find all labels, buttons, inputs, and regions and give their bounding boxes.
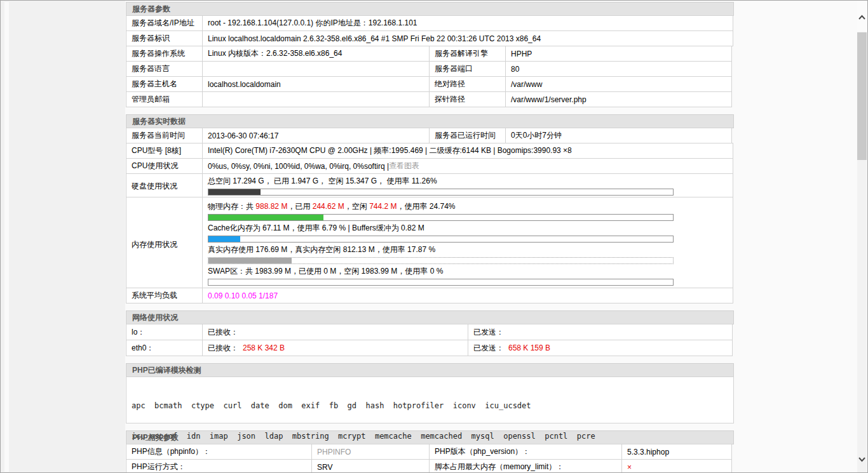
row-value: HPHP [505,46,732,62]
probe-content: 服务器参数 服务器域名/IP地址 root - 192.168.1.104(12… [126,2,734,473]
network-sent: 已发送： [468,324,733,340]
php-modules-line: apc bcmath ctype curl date dom exif fb g… [132,401,728,411]
row-memory-usage: 内存使用状况 物理内存：共 988.82 M，已用 244.62 M，空闲 74… [126,197,734,288]
memory-cache-group: Cache化内存为 67.11 M，使用率 6.79 % | Buffers缓冲… [208,223,728,243]
row-value: Intel(R) Core(TM) i7-2630QM CPU @ 2.00GH… [202,143,733,159]
network-received-label: 已接收： [208,343,238,354]
row-value: 0.09 0.10 0.05 1/187 [202,288,733,303]
row-label: 探针路径 [429,91,506,107]
memory-physical-free: 744.2 M [369,202,397,211]
memory-physical-bar-fill [208,215,323,220]
memory-cache-bar [208,236,674,243]
network-sent: 已发送： 658 K 159 B [468,340,733,356]
row-value: 0天0小时7分钟 [505,128,732,143]
row-server-ident: 服务器标识 Linux localhost.localdomain 2.6.32… [126,30,734,46]
memory-physical-total: 988.82 M [255,202,287,211]
memory-swap-group: SWAP区：共 1983.99 M，已使用 0 M，空闲 1983.99 M，使… [208,266,728,286]
row-label: 系统平均负载 [126,288,203,303]
row-label: 硬盘使用状况 [126,173,203,197]
section-header-php-modules: PHP已编译模块检测 [126,363,734,377]
network-sent-label: 已发送： [473,343,504,354]
vertical-scrollbar[interactable] [857,1,867,473]
row-load-average: 系统平均负载 0.09 0.10 0.05 1/187 [126,288,734,303]
row-cpu-usage: CPU使用状况 0%us, 0%sy, 0%ni, 100%id, 0%wa, … [126,158,734,174]
row-server-language: 服务器语言 服务器端口 80 [126,61,734,77]
chevron-down-icon [858,456,865,462]
network-received: 已接收： 258 K 342 B [202,340,468,356]
php-modules-list: apc bcmath ctype curl date dom exif fb g… [126,376,734,423]
row-value: 5.3.3.hiphop [621,444,732,460]
memory-physical-mid1: ，已用 [287,202,312,211]
row-php-run-mode: PHP运行方式： SRV 脚本占用最大内存（memory_limit）： × [126,459,734,473]
disk-usage-bar [208,189,674,196]
memory-cache-bar-fill [208,236,240,242]
row-admin-email: 管理员邮箱 探针路径 /var/www/1/server.php [126,91,734,107]
row-label: lo： [126,324,203,340]
memory-physical-post: ，使用率 24.74% [397,202,455,211]
section-server-params: 服务器参数 服务器域名/IP地址 root - 192.168.1.104(12… [126,2,734,107]
row-value: SRV [311,459,430,473]
row-value: 2013-06-30 07:46:17 [202,128,430,143]
row-label: CPU使用状况 [126,158,203,174]
memory-physical-used: 244.62 M [313,202,344,211]
row-label: 服务器当前时间 [126,128,203,143]
row-label: 服务器操作系统 [126,46,203,62]
memory-real-group: 真实内存使用 176.69 M，真实内存空闲 812.13 M，使用率 17.8… [208,244,728,264]
row-value: /var/www/1/server.php [505,91,732,107]
row-phpinfo: PHP信息（phpinfo）： PHPINFO PHP版本（php_versio… [126,444,734,460]
section-header-network-usage: 网络使用状况 [126,310,734,324]
row-label: 服务器域名/IP地址 [126,15,203,31]
row-network-lo: lo： 已接收： 已发送： [126,324,734,340]
scroll-down-button[interactable] [858,453,865,460]
row-value [202,91,430,107]
memory-real-bar-fill [208,258,292,263]
row-value: /var/www [505,76,732,92]
memory-cache-text: Cache化内存为 67.11 M，使用率 6.79 % | Buffers缓冲… [208,223,728,234]
scroll-up-button[interactable] [858,12,865,18]
probe-page: 服务器参数 服务器域名/IP地址 root - 192.168.1.104(12… [0,0,868,473]
left-panel-strip [4,2,9,472]
network-received: 已接收： [202,324,468,340]
row-label: PHP版本（php_version）： [429,444,622,460]
row-disk-usage: 硬盘使用状况 总空间 17.294 G， 已用 1.947 G， 空闲 15.3… [126,173,734,197]
row-label: CPU型号 [8核] [126,143,203,159]
row-value: × [621,459,732,473]
row-server-os: 服务器操作系统 Linux 内核版本：2.6.32-358.el6.x86_64… [126,46,734,62]
memory-limit-cross-icon: × [627,463,632,472]
disk-usage-bar-fill [208,189,261,195]
row-label: PHP信息（phpinfo）： [126,444,312,460]
row-value: 总空间 17.294 G， 已用 1.947 G， 空闲 15.347 G， 使… [202,173,733,197]
row-label: 绝对路径 [429,76,506,92]
row-network-eth0: eth0： 已接收： 258 K 342 B 已发送： 658 K 159 B [126,340,734,356]
memory-real-bar [208,257,674,264]
row-label: 服务器解译引擎 [429,46,506,62]
row-label: 服务器主机名 [126,76,203,92]
row-server-domain: 服务器域名/IP地址 root - 192.168.1.104(127.0.0.… [126,15,734,31]
row-label: 脚本占用最大内存（memory_limit）： [429,459,622,473]
memory-swap-bar [208,279,674,286]
row-label: 服务器已运行时间 [429,128,506,143]
row-value: 80 [505,61,732,77]
row-value: Linux 内核版本：2.6.32-358.el6.x86_64 [202,46,430,62]
memory-physical-group: 物理内存：共 988.82 M，已用 244.62 M，空闲 744.2 M，使… [208,201,728,221]
scrollbar-thumb[interactable] [857,32,867,160]
memory-physical-text: 物理内存：共 988.82 M，已用 244.62 M，空闲 744.2 M，使… [208,201,728,212]
row-label: PHP运行方式： [126,459,312,473]
section-network-usage: 网络使用状况 lo： 已接收： 已发送： eth0： 已接收： 258 K 34… [126,310,734,356]
row-value: 0%us, 0%sy, 0%ni, 100%id, 0%wa, 0%irq, 0… [202,158,733,174]
row-cpu-model: CPU型号 [8核] Intel(R) Core(TM) i7-2630QM C… [126,143,734,159]
memory-swap-text: SWAP区：共 1983.99 M，已使用 0 M，空闲 1983.99 M，使… [208,266,728,277]
network-sent-value: 658 K 159 B [508,343,550,352]
row-value: Linux localhost.localdomain 2.6.32-358.e… [202,30,733,46]
network-received-value: 258 K 342 B [243,343,285,352]
load-average-value: 0.09 0.10 0.05 1/187 [208,291,278,300]
row-server-hostname: 服务器主机名 localhost.localdomain 绝对路径 /var/w… [126,76,734,92]
row-label: eth0： [126,340,203,356]
phpinfo-link[interactable]: PHPINFO [317,448,351,456]
memory-physical-bar [208,214,674,221]
row-label: 服务器标识 [126,30,203,46]
row-value: 物理内存：共 988.82 M，已用 244.62 M，空闲 744.2 M，使… [202,197,733,288]
view-chart-link[interactable]: 查看图表 [389,161,419,171]
memory-physical-mid2: ，空闲 [344,202,369,211]
memory-real-text: 真实内存使用 176.69 M，真实内存空闲 812.13 M，使用率 17.8… [208,244,728,255]
